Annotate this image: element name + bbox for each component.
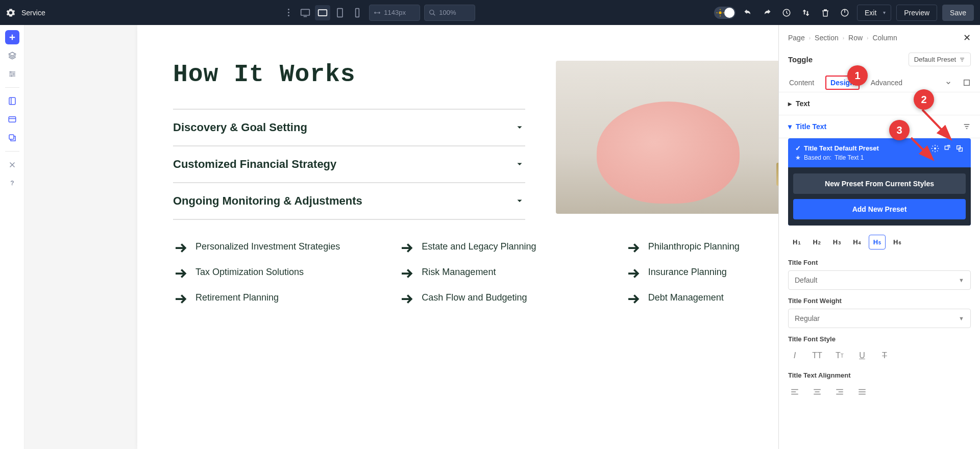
chevron-down-icon: [515, 122, 525, 133]
strikethrough-button[interactable]: T: [878, 349, 891, 362]
svg-rect-3: [337, 8, 342, 17]
preview-button[interactable]: Preview: [896, 5, 937, 21]
arrow-right-icon: [626, 291, 641, 307]
exit-button[interactable]: Exit: [857, 5, 891, 21]
heading-h4[interactable]: H4: [848, 235, 865, 250]
accordion-title: Discovery & Goal Setting: [173, 121, 307, 134]
arrow-right-icon: [399, 240, 414, 256]
power-button[interactable]: [838, 6, 852, 20]
filter-icon: [959, 57, 965, 63]
breadcrumb: Page› Section› Row› Column ✕: [779, 25, 980, 51]
breadcrumb-item[interactable]: Column: [872, 34, 897, 42]
chevron-down-icon: ▼: [959, 315, 964, 321]
device-desktop[interactable]: [298, 5, 313, 20]
accordion-item[interactable]: Ongoing Monitoring & Adjustments: [173, 183, 525, 220]
svg-rect-0: [301, 9, 310, 15]
accordion-title: Ongoing Monitoring & Adjustments: [173, 194, 362, 208]
preset-actions: New Preset From Current Styles Add New P…: [788, 167, 971, 226]
feature-item: Tax Optimization Solutions: [173, 266, 379, 281]
title-font-style-field: Title Font Style I TT TT U T: [779, 330, 980, 366]
svg-rect-22: [9, 117, 16, 122]
svg-rect-2: [318, 10, 327, 16]
heading-h2[interactable]: H2: [808, 235, 825, 250]
smallcaps-button[interactable]: TT: [833, 349, 846, 362]
copy-icon[interactable]: [955, 144, 964, 153]
device-phone[interactable]: [350, 5, 365, 20]
canvas[interactable]: How It Works Discovery & Goal Setting Cu…: [137, 25, 867, 449]
redo-button[interactable]: [760, 6, 774, 20]
gear-icon[interactable]: [6, 8, 15, 17]
heading-h3[interactable]: H3: [828, 235, 845, 250]
field-label: Title Font Style: [788, 335, 971, 343]
options-icon[interactable]: [944, 79, 952, 87]
settings-panel: Page› Section› Row› Column ✕ Toggle Defa…: [778, 25, 980, 449]
preset-selector[interactable]: Default Preset: [909, 53, 971, 66]
canvas-width-input[interactable]: 1143px: [369, 5, 420, 21]
module-row: Toggle Default Preset: [779, 51, 980, 73]
breadcrumb-item[interactable]: Page: [788, 34, 805, 42]
accordion-item[interactable]: Discovery & Goal Setting: [173, 109, 525, 146]
title-font-select[interactable]: Default▼: [788, 270, 971, 290]
feature-item: Risk Management: [399, 266, 605, 281]
underline-button[interactable]: U: [855, 349, 869, 362]
piggy-bank-image: [597, 102, 740, 204]
help-button[interactable]: ?: [5, 176, 19, 190]
history-button[interactable]: [779, 6, 794, 20]
svg-rect-24: [9, 135, 14, 139]
heading-h5[interactable]: H5: [869, 235, 886, 250]
new-preset-from-current-button[interactable]: New Preset From Current Styles: [793, 173, 966, 194]
add-new-preset-button[interactable]: Add New Preset: [793, 199, 966, 219]
field-label: Title Text Alignment: [788, 371, 971, 379]
left-rail: ?: [0, 25, 24, 449]
accordion-item[interactable]: Customized Financial Strategy: [173, 146, 525, 183]
svg-point-7: [719, 11, 721, 14]
kebab-menu[interactable]: [284, 6, 293, 19]
heading-h6[interactable]: H6: [889, 235, 905, 250]
device-tablet-landscape[interactable]: [315, 5, 330, 20]
zoom-input[interactable]: 100%: [424, 5, 475, 21]
caret-right-icon: ▸: [788, 99, 792, 108]
arrow-right-icon: [399, 266, 414, 281]
svg-point-5: [430, 10, 434, 14]
annotation-arrow-3: [903, 133, 939, 168]
device-tablet-portrait[interactable]: [332, 5, 348, 20]
arrow-right-icon: [173, 240, 188, 256]
tab-advanced[interactable]: Advanced: [870, 73, 903, 92]
theme-toggle[interactable]: [714, 7, 736, 19]
template-button[interactable]: [5, 94, 19, 108]
filter-icon[interactable]: [963, 122, 971, 131]
tools-button[interactable]: [5, 158, 19, 172]
check-icon: ✓: [795, 144, 801, 152]
align-right-button[interactable]: [833, 385, 846, 398]
export-button[interactable]: [5, 131, 19, 145]
canvas-width-value: 1143px: [384, 9, 406, 16]
topbar-center: 1143px 100%: [45, 5, 714, 21]
close-icon[interactable]: ✕: [963, 32, 971, 43]
swap-button[interactable]: [799, 6, 813, 20]
sun-icon: [716, 9, 724, 17]
uppercase-button[interactable]: TT: [811, 349, 824, 362]
library-button[interactable]: [5, 112, 19, 127]
title-font-weight-select[interactable]: Regular▼: [788, 309, 971, 328]
expand-icon[interactable]: [963, 79, 971, 87]
align-justify-button[interactable]: [855, 385, 869, 398]
add-button[interactable]: [5, 30, 19, 44]
annotation-marker-3: 3: [889, 120, 910, 140]
save-button[interactable]: Save: [942, 5, 974, 21]
breadcrumb-item[interactable]: Section: [815, 34, 839, 42]
trash-button[interactable]: [818, 6, 832, 20]
arrow-right-icon: [399, 291, 414, 307]
undo-button[interactable]: [741, 6, 755, 20]
align-center-button[interactable]: [811, 385, 824, 398]
align-left-button[interactable]: [788, 385, 801, 398]
title-font-field: Title Font Default▼: [779, 254, 980, 292]
layers-button[interactable]: [5, 48, 19, 63]
heading-h1[interactable]: H1: [788, 235, 805, 250]
settings-rail-button[interactable]: [5, 67, 19, 81]
topbar-left: Service: [6, 8, 45, 17]
hero-title: How It Works: [173, 61, 525, 88]
topbar: Service 1143px 100% Exit Preview Save: [0, 0, 980, 25]
breadcrumb-item[interactable]: Row: [848, 34, 863, 42]
italic-button[interactable]: I: [788, 349, 801, 362]
tab-content[interactable]: Content: [788, 73, 815, 92]
